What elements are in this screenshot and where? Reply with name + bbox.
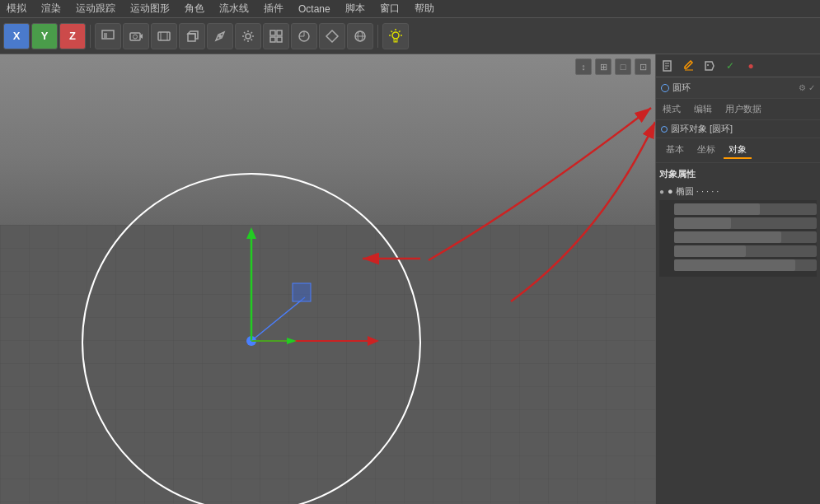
viewport-icons: ↕ ⊞ □ ⊡ xyxy=(575,58,651,75)
slider-4-fill xyxy=(674,245,746,257)
svg-point-12 xyxy=(246,34,251,39)
tool-diamond[interactable] xyxy=(319,23,345,49)
axis-y-button[interactable]: Y xyxy=(31,23,58,49)
menu-pipeline[interactable]: 流水线 xyxy=(216,0,252,17)
menu-motion-track[interactable]: 运动跟踪 xyxy=(73,0,119,17)
svg-rect-13 xyxy=(270,30,275,35)
menu-render[interactable]: 渲染 xyxy=(38,0,64,17)
svg-rect-16 xyxy=(277,37,282,42)
slider-5-track[interactable] xyxy=(674,259,817,271)
svg-rect-14 xyxy=(277,30,282,35)
slider-1-fill xyxy=(674,203,760,215)
vp-icon-move[interactable]: ↕ xyxy=(575,58,592,75)
scene-object-label: 圆环 xyxy=(672,82,691,94)
tool-camera[interactable] xyxy=(123,23,149,49)
rp-dot-icon[interactable]: ● xyxy=(742,57,760,75)
tool-film[interactable] xyxy=(151,23,177,49)
slider-1-track[interactable] xyxy=(674,203,817,215)
slider-row-2 xyxy=(659,217,817,229)
slider-row-3 xyxy=(659,231,817,243)
prop-tabs: 基本 坐标 对象 xyxy=(656,138,820,163)
tool-gear[interactable] xyxy=(235,23,261,49)
ellipse-row: ● ● 椭圆 · · · · · xyxy=(659,185,817,198)
menu-window[interactable]: 窗口 xyxy=(377,0,403,17)
menu-character[interactable]: 角色 xyxy=(181,0,208,17)
menu-octane[interactable]: Octane xyxy=(295,2,334,16)
scene-object-row[interactable]: 圆环 ⚙ ✓ xyxy=(656,77,820,99)
svg-line-30 xyxy=(399,30,401,32)
sliders-area xyxy=(659,200,817,277)
prop-section-title: 对象属性 xyxy=(659,166,817,182)
prop-tab-object[interactable]: 对象 xyxy=(724,142,752,159)
right-panel: ✓ ● 圆环 ⚙ ✓ 模式 编辑 用户数据 圆环对象 [圆环] 基本 坐标 xyxy=(655,54,820,504)
object-selector: 圆环对象 [圆环] xyxy=(656,120,820,138)
menu-motion-graph[interactable]: 运动图形 xyxy=(127,0,173,17)
tool-move[interactable] xyxy=(95,23,121,49)
svg-marker-20 xyxy=(326,30,338,42)
slider-row-1 xyxy=(659,203,817,215)
vp-icon-grid[interactable]: ⊞ xyxy=(595,58,611,75)
svg-marker-37 xyxy=(246,227,256,239)
slider-5-fill xyxy=(674,259,795,271)
menubar: 模拟 渲染 运动跟踪 运动图形 角色 流水线 插件 Octane 脚本 窗口 帮… xyxy=(0,0,820,18)
svg-rect-41 xyxy=(293,283,311,301)
slider-3-track[interactable] xyxy=(674,231,817,243)
properties-panel: 对象属性 ● ● 椭圆 · · · · · xyxy=(656,163,820,504)
tab-mode[interactable]: 模式 xyxy=(659,101,684,117)
object-name: 圆环对象 [圆环] xyxy=(671,123,733,135)
slider-row-4 xyxy=(659,245,817,257)
slider-row-5 xyxy=(659,259,817,271)
sep2 xyxy=(377,25,378,48)
vp-icon-window[interactable]: □ xyxy=(615,58,631,75)
menu-simulate[interactable]: 模拟 xyxy=(3,0,30,17)
scene-object-dot xyxy=(661,84,669,92)
svg-line-40 xyxy=(251,297,305,341)
slider-3-fill xyxy=(674,231,781,243)
tab-userdata[interactable]: 用户数据 xyxy=(722,101,765,117)
slider-2-fill xyxy=(674,217,731,229)
object-dot xyxy=(661,126,668,133)
svg-point-4 xyxy=(134,35,138,39)
tool-grid[interactable] xyxy=(263,23,289,49)
svg-marker-39 xyxy=(368,336,379,346)
rp-check-icon[interactable]: ✓ xyxy=(721,57,739,75)
svg-point-24 xyxy=(392,32,399,39)
viewport[interactable]: ↕ ⊞ □ ⊡ xyxy=(0,54,655,504)
svg-rect-2 xyxy=(130,33,140,40)
rp-file-icon[interactable] xyxy=(659,57,677,75)
ellipse-dot: ● xyxy=(659,187,664,196)
axis-x-button[interactable]: X xyxy=(3,23,30,49)
main-area: ↕ ⊞ □ ⊡ ✓ ● 圆环 ⚙ ✓ xyxy=(0,54,820,504)
svg-rect-8 xyxy=(188,34,195,41)
svg-rect-15 xyxy=(270,37,275,42)
menu-plugins[interactable]: 插件 xyxy=(260,0,287,17)
scene-check-icon[interactable]: ✓ xyxy=(808,83,815,92)
rp-tag-icon[interactable] xyxy=(701,57,719,75)
tool-circle[interactable] xyxy=(291,23,317,49)
scene-object-icons: ⚙ ✓ xyxy=(799,83,815,92)
toolbar: X Y Z xyxy=(0,18,820,54)
tool-light[interactable] xyxy=(382,23,409,49)
rp-top-bar: ✓ ● xyxy=(656,54,820,77)
menu-script[interactable]: 脚本 xyxy=(342,0,368,17)
scene-gear-icon[interactable]: ⚙ xyxy=(799,83,806,92)
menu-help[interactable]: 帮助 xyxy=(411,0,438,17)
vp-icon-expand[interactable]: ⊡ xyxy=(635,58,651,75)
svg-rect-1 xyxy=(104,33,107,38)
tool-pen[interactable] xyxy=(207,23,233,49)
tool-sphere[interactable] xyxy=(347,23,373,49)
tab-edit[interactable]: 编辑 xyxy=(691,101,715,117)
prop-tab-basic[interactable]: 基本 xyxy=(661,142,689,159)
svg-marker-43 xyxy=(287,338,297,344)
svg-line-29 xyxy=(391,30,393,32)
slider-4-track[interactable] xyxy=(674,245,817,257)
slider-2-track[interactable] xyxy=(674,217,817,229)
rp-edit-icon[interactable] xyxy=(680,57,698,75)
svg-rect-5 xyxy=(158,32,170,40)
prop-tab-coord[interactable]: 坐标 xyxy=(692,142,720,159)
tool-cube[interactable] xyxy=(179,23,205,49)
sep1 xyxy=(90,25,91,48)
svg-marker-50 xyxy=(705,62,714,70)
mode-tabs: 模式 编辑 用户数据 xyxy=(656,99,820,120)
axis-z-button[interactable]: Z xyxy=(59,23,86,49)
